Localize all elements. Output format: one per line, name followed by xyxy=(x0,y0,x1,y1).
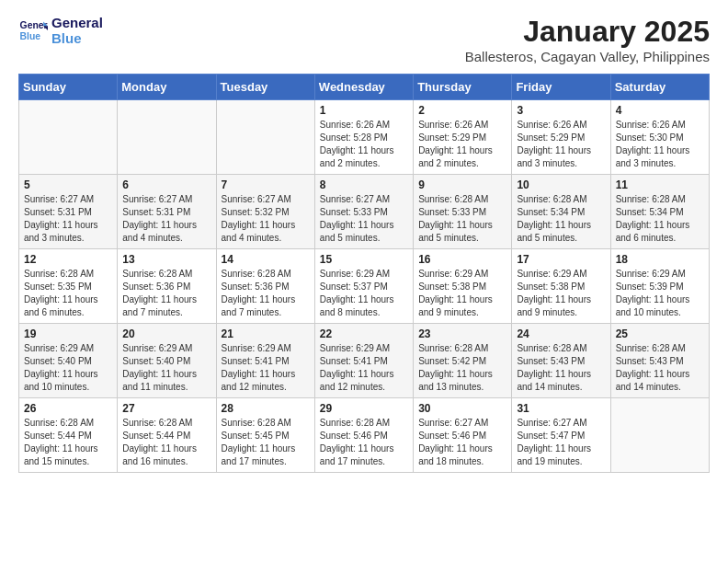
week-row-2: 12Sunrise: 6:28 AM Sunset: 5:35 PM Dayli… xyxy=(19,249,710,324)
calendar-cell: 1Sunrise: 6:26 AM Sunset: 5:28 PM Daylig… xyxy=(314,100,413,175)
logo: General Blue General Blue xyxy=(18,15,103,46)
day-info: Sunrise: 6:28 AM Sunset: 5:42 PM Dayligh… xyxy=(418,342,506,394)
calendar-body: 1Sunrise: 6:26 AM Sunset: 5:28 PM Daylig… xyxy=(19,100,710,473)
calendar-header: SundayMondayTuesdayWednesdayThursdayFrid… xyxy=(19,75,710,100)
day-info: Sunrise: 6:28 AM Sunset: 5:44 PM Dayligh… xyxy=(24,417,112,468)
calendar-cell: 4Sunrise: 6:26 AM Sunset: 5:30 PM Daylig… xyxy=(610,100,709,175)
page-header: General Blue General Blue January 2025 B… xyxy=(18,15,710,64)
week-row-3: 19Sunrise: 6:29 AM Sunset: 5:40 PM Dayli… xyxy=(19,324,710,398)
day-number: 17 xyxy=(517,253,605,266)
day-info: Sunrise: 6:26 AM Sunset: 5:29 PM Dayligh… xyxy=(517,119,605,170)
day-number: 25 xyxy=(616,327,704,340)
day-number: 28 xyxy=(222,402,310,415)
day-info: Sunrise: 6:27 AM Sunset: 5:32 PM Dayligh… xyxy=(222,193,310,245)
day-number: 27 xyxy=(122,402,210,415)
day-number: 1 xyxy=(320,104,408,117)
calendar-cell: 19Sunrise: 6:29 AM Sunset: 5:40 PM Dayli… xyxy=(19,324,118,398)
calendar-cell: 8Sunrise: 6:27 AM Sunset: 5:33 PM Daylig… xyxy=(314,175,413,249)
calendar-cell: 7Sunrise: 6:27 AM Sunset: 5:32 PM Daylig… xyxy=(216,175,314,249)
day-info: Sunrise: 6:29 AM Sunset: 5:39 PM Dayligh… xyxy=(616,268,704,319)
calendar-cell: 25Sunrise: 6:28 AM Sunset: 5:43 PM Dayli… xyxy=(610,324,709,398)
day-info: Sunrise: 6:28 AM Sunset: 5:46 PM Dayligh… xyxy=(320,417,408,468)
day-number: 6 xyxy=(122,178,210,191)
day-number: 21 xyxy=(222,327,310,340)
day-info: Sunrise: 6:27 AM Sunset: 5:31 PM Dayligh… xyxy=(24,193,112,245)
day-info: Sunrise: 6:29 AM Sunset: 5:41 PM Dayligh… xyxy=(222,342,310,394)
calendar-cell: 30Sunrise: 6:27 AM Sunset: 5:46 PM Dayli… xyxy=(414,398,512,473)
title-block: January 2025 Ballesteros, Cagayan Valley… xyxy=(465,15,710,64)
calendar-cell: 2Sunrise: 6:26 AM Sunset: 5:29 PM Daylig… xyxy=(414,100,512,175)
calendar-cell: 14Sunrise: 6:28 AM Sunset: 5:36 PM Dayli… xyxy=(216,249,314,324)
day-number: 13 xyxy=(122,253,210,266)
day-number: 23 xyxy=(418,327,506,340)
header-saturday: Saturday xyxy=(610,75,709,100)
header-thursday: Thursday xyxy=(414,75,512,100)
day-number: 8 xyxy=(320,178,408,191)
day-number: 9 xyxy=(418,178,506,191)
header-sunday: Sunday xyxy=(19,75,118,100)
calendar-cell: 13Sunrise: 6:28 AM Sunset: 5:36 PM Dayli… xyxy=(118,249,216,324)
day-info: Sunrise: 6:28 AM Sunset: 5:43 PM Dayligh… xyxy=(517,342,605,394)
day-info: Sunrise: 6:26 AM Sunset: 5:30 PM Dayligh… xyxy=(616,119,704,170)
day-info: Sunrise: 6:28 AM Sunset: 5:43 PM Dayligh… xyxy=(616,342,704,394)
calendar-cell: 15Sunrise: 6:29 AM Sunset: 5:37 PM Dayli… xyxy=(314,249,413,324)
day-info: Sunrise: 6:26 AM Sunset: 5:29 PM Dayligh… xyxy=(418,119,506,170)
calendar-cell: 9Sunrise: 6:28 AM Sunset: 5:33 PM Daylig… xyxy=(414,175,512,249)
month-title: January 2025 xyxy=(465,15,710,49)
day-info: Sunrise: 6:29 AM Sunset: 5:38 PM Dayligh… xyxy=(418,268,506,319)
header-row: SundayMondayTuesdayWednesdayThursdayFrid… xyxy=(19,75,710,100)
day-info: Sunrise: 6:27 AM Sunset: 5:31 PM Dayligh… xyxy=(122,193,210,245)
day-number: 16 xyxy=(418,253,506,266)
header-friday: Friday xyxy=(512,75,610,100)
calendar-cell: 6Sunrise: 6:27 AM Sunset: 5:31 PM Daylig… xyxy=(118,175,216,249)
logo-icon: General Blue xyxy=(18,16,48,45)
calendar-cell: 5Sunrise: 6:27 AM Sunset: 5:31 PM Daylig… xyxy=(19,175,118,249)
day-info: Sunrise: 6:29 AM Sunset: 5:41 PM Dayligh… xyxy=(320,342,408,394)
day-number: 18 xyxy=(616,253,704,266)
day-info: Sunrise: 6:27 AM Sunset: 5:46 PM Dayligh… xyxy=(418,417,506,468)
header-tuesday: Tuesday xyxy=(216,75,314,100)
svg-text:Blue: Blue xyxy=(20,31,41,41)
header-wednesday: Wednesday xyxy=(314,75,413,100)
day-info: Sunrise: 6:29 AM Sunset: 5:37 PM Dayligh… xyxy=(320,268,408,319)
calendar-cell: 31Sunrise: 6:27 AM Sunset: 5:47 PM Dayli… xyxy=(512,398,610,473)
day-number: 14 xyxy=(222,253,310,266)
day-number: 15 xyxy=(320,253,408,266)
day-number: 29 xyxy=(320,402,408,415)
day-number: 5 xyxy=(24,178,112,191)
week-row-1: 5Sunrise: 6:27 AM Sunset: 5:31 PM Daylig… xyxy=(19,175,710,249)
calendar-cell: 3Sunrise: 6:26 AM Sunset: 5:29 PM Daylig… xyxy=(512,100,610,175)
day-number: 31 xyxy=(517,402,605,415)
calendar-cell: 17Sunrise: 6:29 AM Sunset: 5:38 PM Dayli… xyxy=(512,249,610,324)
calendar-cell xyxy=(19,100,118,175)
calendar-cell: 11Sunrise: 6:28 AM Sunset: 5:34 PM Dayli… xyxy=(610,175,709,249)
calendar-cell: 18Sunrise: 6:29 AM Sunset: 5:39 PM Dayli… xyxy=(610,249,709,324)
calendar-cell: 27Sunrise: 6:28 AM Sunset: 5:44 PM Dayli… xyxy=(118,398,216,473)
calendar-cell: 21Sunrise: 6:29 AM Sunset: 5:41 PM Dayli… xyxy=(216,324,314,398)
calendar-cell: 22Sunrise: 6:29 AM Sunset: 5:41 PM Dayli… xyxy=(314,324,413,398)
calendar-cell: 24Sunrise: 6:28 AM Sunset: 5:43 PM Dayli… xyxy=(512,324,610,398)
location-subtitle: Ballesteros, Cagayan Valley, Philippines xyxy=(465,49,710,64)
logo-general: General xyxy=(51,15,103,30)
day-info: Sunrise: 6:27 AM Sunset: 5:33 PM Dayligh… xyxy=(320,193,408,245)
calendar-cell xyxy=(216,100,314,175)
calendar-cell: 20Sunrise: 6:29 AM Sunset: 5:40 PM Dayli… xyxy=(118,324,216,398)
day-number: 19 xyxy=(24,327,112,340)
day-number: 20 xyxy=(122,327,210,340)
calendar-cell xyxy=(118,100,216,175)
logo-blue: Blue xyxy=(51,30,103,46)
calendar-cell xyxy=(610,398,709,473)
calendar-cell: 16Sunrise: 6:29 AM Sunset: 5:38 PM Dayli… xyxy=(414,249,512,324)
calendar-cell: 23Sunrise: 6:28 AM Sunset: 5:42 PM Dayli… xyxy=(414,324,512,398)
day-number: 11 xyxy=(616,178,704,191)
calendar-cell: 26Sunrise: 6:28 AM Sunset: 5:44 PM Dayli… xyxy=(19,398,118,473)
day-number: 2 xyxy=(418,104,506,117)
day-info: Sunrise: 6:26 AM Sunset: 5:28 PM Dayligh… xyxy=(320,119,408,170)
day-info: Sunrise: 6:29 AM Sunset: 5:40 PM Dayligh… xyxy=(122,342,210,394)
day-info: Sunrise: 6:28 AM Sunset: 5:36 PM Dayligh… xyxy=(222,268,310,319)
day-info: Sunrise: 6:28 AM Sunset: 5:33 PM Dayligh… xyxy=(418,193,506,245)
day-info: Sunrise: 6:28 AM Sunset: 5:36 PM Dayligh… xyxy=(122,268,210,319)
day-info: Sunrise: 6:28 AM Sunset: 5:35 PM Dayligh… xyxy=(24,268,112,319)
day-info: Sunrise: 6:29 AM Sunset: 5:40 PM Dayligh… xyxy=(24,342,112,394)
day-info: Sunrise: 6:28 AM Sunset: 5:45 PM Dayligh… xyxy=(222,417,310,468)
